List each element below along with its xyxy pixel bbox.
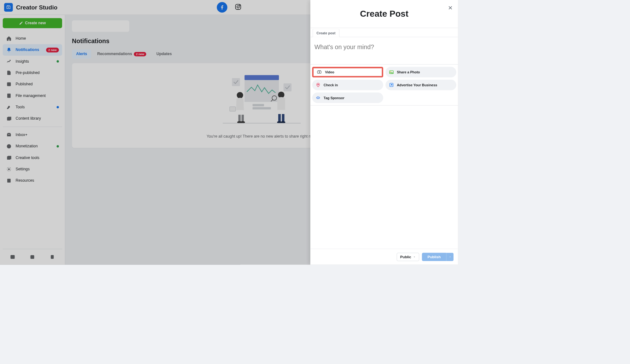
sidebar-item-label: Monetization (15, 144, 56, 149)
collapse-sidebar-icon[interactable] (3, 252, 23, 261)
file-icon (6, 93, 12, 99)
create-post-tab[interactable]: Create post (313, 29, 339, 37)
sidebar-item-notifications[interactable]: Notifications 2 new (3, 44, 62, 55)
svg-rect-17 (252, 107, 271, 109)
empty-state-illustration (218, 70, 305, 128)
inbox-icon (6, 132, 12, 138)
composer (310, 37, 458, 65)
audience-selector[interactable]: Public (397, 253, 419, 261)
post-action-grid: Video Share a Photo Check in (310, 65, 458, 105)
sidebar-item-settings[interactable]: Settings (3, 163, 62, 175)
audience-label: Public (400, 255, 411, 259)
svg-rect-3 (7, 82, 11, 86)
panel-footer: Public Publish (310, 249, 458, 265)
close-button[interactable] (447, 5, 454, 11)
svg-rect-14 (245, 75, 279, 80)
status-dot (57, 60, 59, 62)
facebook-tab-icon[interactable] (217, 2, 227, 13)
svg-point-20 (237, 92, 243, 98)
svg-rect-11 (11, 255, 14, 259)
status-dot (57, 106, 59, 108)
svg-point-2 (239, 5, 240, 6)
dollar-icon (6, 143, 12, 149)
divider (3, 127, 62, 127)
svg-rect-30 (282, 114, 284, 121)
account-selector[interactable] (72, 20, 129, 32)
svg-point-1 (237, 6, 239, 8)
sidebar-item-filemanagement[interactable]: File management (3, 90, 62, 101)
sidebar-item-resources[interactable]: Resources (3, 175, 62, 186)
action-check-in[interactable]: Check in (312, 80, 383, 90)
sidebar-item-monetization[interactable]: Monetization (3, 141, 62, 152)
svg-rect-19 (283, 83, 291, 91)
tab-updates[interactable]: Updates (152, 49, 176, 59)
svg-rect-16 (252, 104, 264, 106)
sidebar-item-creativetools[interactable]: Creative tools (3, 152, 62, 163)
post-text-input[interactable] (313, 42, 456, 60)
sidebar-item-label: Insights (15, 59, 56, 64)
library-icon (6, 116, 12, 122)
create-post-panel: Create Post Create post Video (310, 0, 458, 265)
action-video[interactable]: Video (312, 67, 383, 77)
sidebar-item-home[interactable]: Home (3, 33, 62, 44)
sidebar-item-label: Creative tools (15, 156, 59, 160)
sidebar-item-label: File management (15, 94, 59, 98)
action-label: Share a Photo (397, 70, 420, 74)
notifications-badge: 2 new (46, 48, 59, 52)
sidebar-item-label: Inbox+ (15, 133, 59, 137)
sidebar-item-label: Notifications (15, 48, 46, 52)
grid-icon (6, 81, 12, 87)
video-icon (317, 69, 322, 75)
sidebar-item-label: Pre-published (15, 71, 59, 75)
sidebar-item-label: Settings (15, 167, 59, 172)
sidebar-item-published[interactable]: Published (3, 78, 62, 90)
caret-down-icon (448, 255, 451, 258)
document-icon (6, 70, 12, 76)
sidebar-item-tools[interactable]: Tools (3, 101, 62, 113)
publish-button[interactable]: Publish (422, 253, 446, 261)
gear-icon (6, 166, 12, 172)
action-tag-sponsor[interactable]: Tag Sponsor (312, 93, 383, 103)
action-share-photo[interactable]: Share a Photo (385, 67, 456, 77)
sidebar-item-label: Published (15, 82, 59, 87)
sidebar-item-prepublished[interactable]: Pre-published (3, 67, 62, 78)
svg-rect-12 (31, 255, 34, 259)
sidebar-item-insights[interactable]: Insights (3, 56, 62, 67)
status-dot (57, 145, 59, 147)
insights-icon (6, 58, 12, 64)
empty-state-text: You're all caught up! There are no new a… (206, 134, 316, 139)
calendar-icon[interactable] (23, 252, 43, 261)
sidebar-item-contentlibrary[interactable]: Content library (3, 113, 62, 124)
sidebar-item-label: Home (15, 36, 59, 41)
bell-icon (6, 47, 12, 53)
location-icon (315, 82, 321, 88)
megaphone-icon (389, 82, 394, 88)
svg-rect-22 (238, 115, 240, 122)
wrench-icon (6, 104, 12, 110)
publish-options-button[interactable] (446, 253, 454, 261)
card-icon[interactable] (42, 252, 62, 261)
instagram-tab-icon[interactable] (234, 3, 241, 11)
svg-rect-21 (229, 107, 235, 111)
action-advertise[interactable]: Advertise Your Business (385, 80, 456, 90)
recommendations-badge: 2 new (134, 52, 146, 56)
caret-down-icon (413, 255, 416, 258)
panel-title: Create Post (360, 9, 408, 19)
create-new-label: Create new (25, 21, 46, 26)
svg-point-26 (278, 92, 284, 98)
create-new-button[interactable]: Create new (3, 18, 62, 28)
sidebar-item-inbox[interactable]: Inbox+ (3, 129, 62, 140)
handshake-icon (315, 95, 321, 100)
sidebar: Create new Home Notifications 2 new Insi… (0, 15, 65, 264)
tab-recommendations[interactable]: Recommendations 2 new (93, 49, 150, 59)
svg-point-36 (318, 84, 319, 85)
home-icon (6, 36, 12, 42)
creative-icon (6, 155, 12, 161)
resources-icon (6, 178, 12, 184)
action-label: Check in (324, 83, 338, 87)
svg-point-9 (8, 168, 9, 170)
sidebar-item-label: Resources (15, 178, 59, 183)
svg-rect-23 (241, 115, 244, 122)
tab-alerts[interactable]: Alerts (72, 49, 91, 59)
sidebar-item-label: Content library (15, 116, 59, 121)
